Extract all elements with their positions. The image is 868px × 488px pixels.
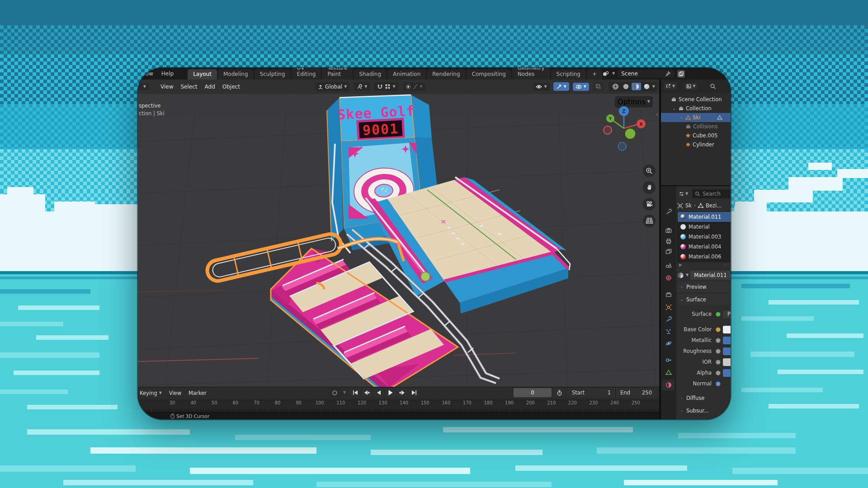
outliner-row-collection[interactable]: ⌄Collection — [661, 104, 731, 113]
tab-scripting[interactable]: Scripting — [551, 69, 586, 80]
field-control[interactable] — [723, 369, 731, 377]
stopwatch-icon[interactable] — [554, 388, 565, 397]
viewport-menu-select[interactable]: Select — [177, 84, 201, 90]
slot-expand-icon[interactable]: ▶ — [679, 263, 682, 267]
preview-panel-header[interactable]: ›Preview — [677, 282, 730, 292]
end-frame-field[interactable]: End 250 — [616, 389, 656, 396]
proportional-editing[interactable]: ▼ — [403, 83, 425, 91]
shading-rendered[interactable] — [642, 83, 651, 90]
display-mode-dropdown[interactable]: ▼ — [684, 83, 697, 90]
camera-view-button[interactable] — [643, 198, 656, 211]
slot-resize-grip[interactable]: ⸬⸬ — [723, 263, 729, 267]
search-icon[interactable] — [710, 83, 716, 89]
field-control[interactable]: Pr — [723, 310, 731, 318]
timeline-ruler[interactable]: 3040506070809010011012013014015016017018… — [138, 399, 659, 412]
timeline-menu-keying[interactable]: Keying▼ — [138, 390, 165, 396]
field-control[interactable] — [723, 347, 731, 355]
shading-material-preview[interactable] — [632, 83, 641, 90]
properties-tab-material[interactable] — [663, 380, 675, 390]
object-name[interactable]: Cylinder — [693, 141, 714, 148]
object-name[interactable]: Collection — [686, 105, 712, 112]
timeline-menu-view[interactable]: View — [165, 390, 185, 396]
auto-key-button[interactable] — [328, 388, 341, 397]
zoom-in-button[interactable] — [643, 164, 656, 177]
object-name[interactable]: Ski — [693, 114, 700, 121]
object-name[interactable]: Collisions — [693, 123, 717, 130]
viewport-menu-object[interactable]: Object — [219, 84, 244, 90]
toggle-ortho-button[interactable] — [643, 215, 656, 227]
field-control[interactable] — [723, 358, 731, 366]
outliner-row-cylinder[interactable]: Cylinder — [661, 140, 731, 149]
outliner-row-ski[interactable]: ›Ski — [661, 113, 731, 122]
object-name[interactable]: Cube.005 — [693, 132, 717, 139]
object-mode-dropdown[interactable]: ▼ — [138, 84, 149, 90]
editor-type-dropdown[interactable]: ▼ — [677, 190, 689, 197]
new-scene-icon[interactable] — [677, 70, 685, 78]
properties-tab-object[interactable] — [663, 302, 675, 313]
properties-search-field[interactable]: Search — [692, 189, 731, 198]
properties-tab-collection[interactable] — [663, 289, 675, 300]
expand-caret[interactable]: › — [679, 115, 684, 120]
material-slot-material-011[interactable]: Material.011 — [678, 212, 731, 222]
transform-orientation-dropdown[interactable]: Global ▼ — [315, 82, 349, 91]
material-slot-material-006[interactable]: Material.006 — [678, 252, 731, 262]
chevron-down-icon[interactable]: ▼ — [612, 72, 615, 75]
properties-tab-viewlayer[interactable] — [663, 246, 675, 257]
shading-dropdown[interactable]: ▼ — [652, 85, 655, 89]
properties-tab-scene[interactable] — [663, 260, 675, 271]
tab-uv-editing[interactable]: UV Editing — [292, 68, 321, 80]
properties-tab-modifiers[interactable] — [663, 314, 675, 325]
viewport-menu-add[interactable]: Add — [201, 84, 219, 90]
datablock-dropdown[interactable]: ▼ — [686, 273, 689, 277]
tab-modeling[interactable]: Modeling — [218, 69, 254, 80]
properties-tab-particles[interactable] — [663, 326, 675, 337]
expand-caret[interactable]: ⌄ — [672, 106, 676, 111]
field-control[interactable] — [723, 326, 731, 333]
timeline-menu-marker[interactable]: Marker — [185, 390, 210, 396]
object-name[interactable]: Scene Collection — [679, 96, 722, 103]
tab-geometry-nodes[interactable]: Geometry Nodes — [512, 68, 550, 80]
viewport-menu-view[interactable]: View — [157, 84, 177, 90]
tab-animation[interactable]: Animation — [387, 69, 426, 80]
tab-layout[interactable]: Layout — [188, 69, 217, 80]
start-frame-field[interactable]: Start 1 — [567, 389, 615, 396]
next-keyframe-button[interactable] — [397, 388, 407, 397]
snapping-toggle[interactable]: ▼ — [374, 82, 398, 91]
properties-tab-world[interactable] — [663, 272, 675, 283]
properties-tab-tool[interactable] — [663, 206, 675, 217]
material-slot-material-003[interactable]: Material.003 — [678, 232, 731, 242]
gizmos-toggle[interactable]: ▼ — [553, 82, 569, 91]
properties-tab-output[interactable] — [663, 236, 675, 247]
properties-tab-constraints[interactable] — [663, 355, 675, 366]
play-reverse-button[interactable] — [373, 388, 384, 397]
tab-shading[interactable]: Shading — [354, 69, 387, 80]
breadcrumb-data[interactable]: Bezi... — [706, 202, 722, 209]
scene-icon[interactable] — [602, 70, 609, 77]
pin-icon[interactable] — [665, 71, 671, 77]
breadcrumb-object[interactable]: Sk — [685, 202, 692, 209]
material-name-field[interactable]: Material.011 — [690, 271, 731, 280]
navigation-gizmo[interactable]: Z Y X — [603, 105, 646, 155]
collapsed-panel-diffuse[interactable]: ›Diffuse — [677, 393, 730, 404]
field-control[interactable] — [723, 337, 731, 344]
play-button[interactable] — [385, 388, 396, 397]
shading-solid[interactable] — [621, 83, 631, 90]
properties-tab-physics[interactable] — [663, 338, 675, 349]
pan-hand-button[interactable] — [643, 181, 656, 194]
material-sphere-icon[interactable] — [677, 272, 684, 279]
golf-ball[interactable] — [421, 272, 430, 281]
auto-key-dropdown[interactable]: ▼ — [343, 391, 346, 394]
material-slot-material-004[interactable]: Material.004 — [678, 242, 731, 252]
tab-texture-paint[interactable]: Texture Paint — [322, 68, 353, 80]
outliner-row-scene-collection[interactable]: Scene Collection — [661, 95, 731, 104]
properties-tab-render[interactable] — [663, 225, 675, 236]
viewport-canvas[interactable]: Skee Golf 9001 — [138, 94, 659, 387]
editor-type-dropdown[interactable]: ▼ — [664, 83, 677, 90]
shading-wireframe[interactable] — [611, 83, 620, 90]
properties-tab-data[interactable] — [663, 367, 675, 378]
show-hide-dropdown[interactable]: ▼ — [533, 83, 549, 91]
material-slot-material[interactable]: Material — [678, 222, 731, 232]
tab--[interactable]: + — [587, 69, 602, 80]
jump-to-end-button[interactable] — [409, 388, 419, 397]
current-frame-field[interactable]: 0 — [514, 388, 552, 397]
